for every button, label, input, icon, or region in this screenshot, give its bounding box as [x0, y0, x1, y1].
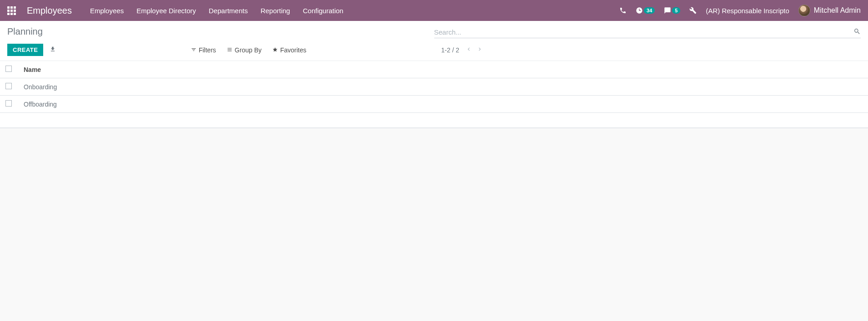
filters-button[interactable]: Filters — [191, 46, 216, 54]
chevron-left-icon — [466, 46, 472, 54]
filters-label: Filters — [199, 46, 216, 54]
pager: 1-2 / 2 — [441, 46, 483, 54]
control-panel: Planning CREATE Filters Group By — [0, 21, 868, 61]
pager-next[interactable] — [477, 46, 483, 54]
create-button[interactable]: CREATE — [7, 44, 43, 56]
nav-employee-directory[interactable]: Employee Directory — [136, 7, 196, 15]
activity-icon[interactable]: 34 — [636, 7, 655, 14]
breadcrumb: Planning — [7, 26, 43, 37]
import-button[interactable] — [50, 46, 56, 54]
messages-icon[interactable]: 5 — [664, 7, 680, 14]
nav-menu: Employees Employee Directory Departments… — [90, 7, 343, 15]
search-icon[interactable] — [853, 28, 861, 37]
company-switcher[interactable]: (AR) Responsable Inscripto — [706, 7, 789, 15]
nav-configuration[interactable]: Configuration — [303, 7, 343, 15]
navbar: Employees Employees Employee Directory D… — [0, 0, 868, 21]
table-header-row: Name — [0, 61, 868, 78]
star-icon — [272, 46, 278, 54]
app-brand[interactable]: Employees — [27, 5, 72, 16]
favorites-label: Favorites — [280, 46, 306, 54]
activity-badge: 34 — [644, 7, 655, 14]
row-checkbox[interactable] — [5, 83, 12, 89]
navbar-right: 34 5 (AR) Responsable Inscripto Mitchell… — [619, 5, 861, 16]
debug-icon[interactable] — [689, 7, 697, 14]
search-input[interactable] — [434, 26, 854, 38]
row-name: Onboarding — [18, 78, 868, 96]
chevron-right-icon — [477, 46, 483, 54]
row-name: Offboarding — [18, 96, 868, 113]
nav-departments[interactable]: Departments — [209, 7, 248, 15]
table-row[interactable]: Offboarding — [0, 96, 868, 113]
table-row[interactable]: Onboarding — [0, 78, 868, 96]
pager-prev[interactable] — [466, 46, 472, 54]
user-menu[interactable]: Mitchell Admin — [798, 5, 861, 16]
nav-employees[interactable]: Employees — [90, 7, 124, 15]
favorites-button[interactable]: Favorites — [272, 46, 306, 54]
column-name[interactable]: Name — [18, 61, 868, 78]
select-all-checkbox[interactable] — [5, 66, 12, 72]
pager-text[interactable]: 1-2 / 2 — [441, 46, 459, 54]
avatar — [798, 5, 810, 16]
list-icon — [227, 46, 232, 54]
user-name: Mitchell Admin — [814, 6, 861, 15]
download-icon — [50, 47, 56, 54]
table-footer — [0, 113, 868, 128]
nav-reporting[interactable]: Reporting — [261, 7, 290, 15]
messages-badge: 5 — [672, 7, 680, 14]
list-view: Name Onboarding Offboarding — [0, 61, 868, 128]
row-checkbox[interactable] — [5, 100, 12, 107]
phone-icon[interactable] — [619, 7, 627, 14]
groupby-button[interactable]: Group By — [227, 46, 261, 54]
groupby-label: Group By — [235, 46, 261, 54]
apps-icon[interactable] — [7, 6, 16, 15]
search-options: Filters Group By Favorites — [191, 46, 306, 54]
search-bar[interactable] — [434, 26, 861, 38]
funnel-icon — [191, 46, 196, 54]
